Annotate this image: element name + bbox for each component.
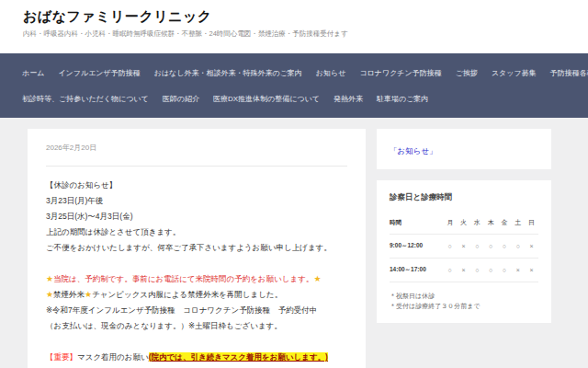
sidebar-notice-box: 「お知らせ」 [377, 129, 551, 169]
schedule-time-morning: 9:00～12:00 [390, 235, 443, 259]
schedule-header-thu: 木 [484, 213, 498, 235]
nav-item-news[interactable]: お知らせ [316, 68, 346, 78]
site-header: おばなファミリークリニック 内科・呼吸器内科・小児科・睡眠時無呼吸症候群・不整脈… [0, 0, 588, 53]
nav-item-corona-vaccine[interactable]: コロナワクチン予防接種 [359, 68, 441, 78]
sidebar-schedule-box: 診察日と診療時間 時間 月 火 水 木 金 土 日 [377, 180, 551, 323]
schedule-title: 診察日と診療時間 [390, 192, 538, 203]
main-content: 2026年2月20日 【休診のお知らせ】 3月23日(月)午後 3月25日(水)… [0, 118, 588, 368]
vaccine-reception-line: ※令和7年度インフルエンザ予防接種 コロナワクチン予防接種 予約受付中 [46, 303, 347, 318]
schedule-header-wed: 水 [470, 213, 484, 235]
smoking-clinic-label: 禁煙外来 [53, 290, 85, 299]
schedule-cell: ○ [443, 259, 457, 282]
schedule-cell: × [525, 235, 538, 259]
notice-post-card: 2026年2月20日 【休診のお知らせ】 3月23日(月)午後 3月25日(水)… [28, 129, 366, 368]
nav-item-parking[interactable]: 駐車場のご案内 [377, 94, 428, 104]
schedule-header-mon: 月 [443, 213, 457, 235]
post-divider [46, 166, 347, 167]
main-navbar: ホーム インフルエンザ予防接種 おはなし外来・相談外来・特殊外来のご案内 お知ら… [0, 53, 588, 118]
schedule-header-tue: 火 [457, 213, 470, 235]
closure-notice-heading: 【休診のお知らせ】 [46, 178, 347, 193]
star-icon: ★ [85, 290, 92, 299]
schedule-cell: ○ [498, 259, 512, 282]
nav-item-fever-clinic[interactable]: 発熱外来 [334, 94, 363, 104]
navbar-row-2: 初診時等、ご持参いただく物について 医師の紹介 医療DX推進体制の整備について … [22, 86, 588, 111]
mask-request-title: マスク着用のお願い [77, 352, 149, 362]
schedule-cell: × [457, 235, 470, 259]
schedule-cell: × [457, 259, 470, 282]
star-icon: ★ [46, 274, 53, 283]
schedule-cell: ○ [484, 235, 498, 259]
site-subtitle: 内科・呼吸器内科・小児科・睡眠時無呼吸症候群・不整脈・24時間心電図・禁煙治療・… [23, 29, 588, 39]
mask-request-line: 【重要】マスク着用のお願い(院内では、引き続きマスク着用をお願いします。) [46, 350, 347, 365]
navbar-row-1: ホーム インフルエンザ予防接種 おはなし外来・相談外来・特殊外来のご案内 お知ら… [22, 60, 588, 86]
payment-note-line: （お支払いは、現金のみとなります。）※土曜日枠もございます。 [46, 318, 347, 334]
post-body: 【休診のお知らせ】 3月23日(月)午後 3月25日(水)〜4月3日(金) 上記… [46, 178, 347, 368]
nav-item-special-clinics[interactable]: おはなし外来・相談外来・特殊外来のご案内 [154, 68, 302, 78]
schedule-cell: ○ [443, 235, 457, 259]
closure-date-1: 3月23日(月)午後 [46, 193, 347, 209]
nav-item-first-visit-items[interactable]: 初診時等、ご持参いただく物について [22, 94, 149, 104]
schedule-time-afternoon: 14:00～17:00 [390, 259, 443, 282]
schedule-cell: × [511, 259, 525, 282]
schedule-cell: × [525, 259, 538, 282]
smoking-clinic-text: チャンピックス内服による禁煙外来を再開しました。 [92, 290, 282, 299]
schedule-note-reception: ＊受付は診療終了３０分前まで [390, 301, 538, 311]
schedule-row-morning: 9:00～12:00 ○ × ○ ○ ○ ○ × [390, 235, 538, 259]
schedule-header-row: 時間 月 火 水 木 金 土 日 [390, 213, 538, 235]
nav-item-greeting[interactable]: ご挨拶 [456, 68, 478, 78]
post-date: 2026年2月20日 [46, 143, 347, 153]
important-badge: 【重要】 [46, 352, 77, 362]
schedule-cell: ○ [470, 235, 484, 259]
nav-item-influenza-vaccine[interactable]: インフルエンザ予防接種 [58, 68, 140, 78]
star-icon: ★ [46, 290, 53, 299]
site-title: おばなファミリークリニック [23, 8, 588, 26]
schedule-cell: ○ [511, 235, 525, 259]
reservation-notice-line: ★当院は、予約制です。事前にお電話にて来院時間の予約をお願いします。★ [46, 271, 347, 287]
schedule-table: 時間 月 火 水 木 金 土 日 9:00～12:00 ○ × [390, 213, 538, 282]
closure-apology-text: ご不便をおかけいたしますが、何卒ご了承下さいますようお願い申し上げます。 [46, 240, 347, 256]
star-icon: ★ [313, 274, 321, 283]
nav-item-vaccinations[interactable]: 予防接種各種 [550, 68, 588, 78]
nav-item-doctor-intro[interactable]: 医師の紹介 [163, 94, 199, 104]
sidebar: 「お知らせ」 診察日と診療時間 時間 月 火 水 木 金 土 日 [377, 129, 551, 323]
schedule-header-sat: 土 [511, 213, 525, 235]
schedule-header-fri: 金 [498, 213, 512, 235]
closure-date-2: 3月25日(水)〜4月3日(金) [46, 209, 347, 224]
schedule-cell: ○ [470, 259, 484, 282]
schedule-header-sun: 日 [525, 213, 538, 235]
smoking-clinic-line: ★禁煙外来★チャンピックス内服による禁煙外来を再開しました。 [46, 287, 347, 303]
mask-request-highlight: (院内では、引き続きマスク着用をお願いします。) [149, 352, 328, 362]
schedule-header-time: 時間 [390, 213, 443, 235]
nav-item-staff-recruit[interactable]: スタッフ募集 [492, 68, 537, 78]
closure-period-text: 上記の期間は休診とさせて頂きます。 [46, 224, 347, 240]
nav-item-home[interactable]: ホーム [22, 68, 44, 78]
schedule-cell: ○ [484, 259, 498, 282]
schedule-cell: ○ [498, 235, 512, 259]
schedule-note-holiday: ＊祝祭日は休診 [390, 291, 538, 301]
nav-item-medical-dx[interactable]: 医療DX推進体制の整備について [213, 94, 320, 104]
reservation-notice-text: 当院は、予約制です。事前にお電話にて来院時間の予約をお願いします。 [53, 274, 313, 283]
schedule-row-afternoon: 14:00～17:00 ○ × ○ ○ ○ × × [390, 259, 538, 282]
schedule-notes: ＊祝祭日は休診 ＊受付は診療終了３０分前まで [390, 291, 538, 311]
sidebar-notice-link[interactable]: 「お知らせ」 [390, 146, 437, 155]
